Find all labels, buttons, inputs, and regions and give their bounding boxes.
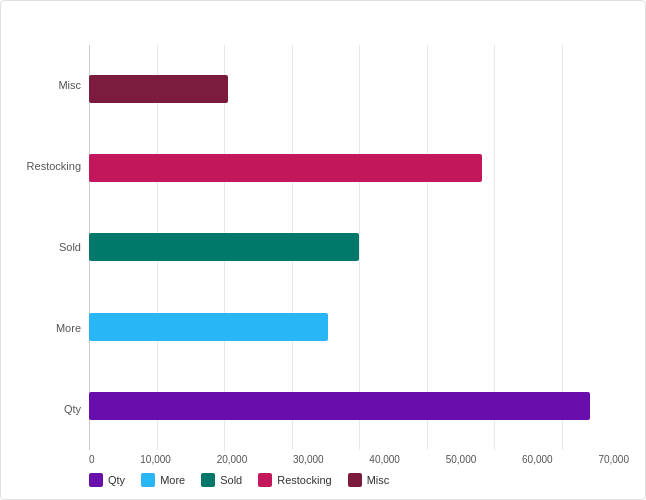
legend-swatch <box>201 473 215 487</box>
legend-swatch <box>141 473 155 487</box>
bar <box>89 233 359 261</box>
bar-row <box>89 150 629 186</box>
x-tick-label: 20,000 <box>217 454 248 465</box>
y-label: Misc <box>17 80 81 91</box>
bar <box>89 75 228 103</box>
x-tick-label: 10,000 <box>140 454 171 465</box>
header-actions <box>541 13 629 37</box>
chart-legend: QtyMoreSoldRestockingMisc <box>17 465 629 487</box>
legend-label: Misc <box>367 474 390 486</box>
list-icon[interactable] <box>541 13 565 37</box>
bar <box>89 313 328 341</box>
y-label: More <box>17 323 81 334</box>
y-label: Qty <box>17 404 81 415</box>
legend-label: Qty <box>108 474 125 486</box>
legend-item: More <box>141 473 185 487</box>
more-options-icon[interactable] <box>605 13 629 37</box>
x-tick-label: 70,000 <box>598 454 629 465</box>
bar <box>89 392 590 420</box>
y-label: Restocking <box>17 161 81 172</box>
legend-item: Restocking <box>258 473 331 487</box>
legend-swatch <box>258 473 272 487</box>
chart-header <box>17 13 629 37</box>
bar-row <box>89 71 629 107</box>
legend-item: Qty <box>89 473 125 487</box>
chart-plot: MiscRestockingSoldMoreQty <box>17 45 629 450</box>
y-label: Sold <box>17 242 81 253</box>
x-tick-label: 60,000 <box>522 454 553 465</box>
legend-label: More <box>160 474 185 486</box>
legend-swatch <box>89 473 103 487</box>
chart-card: MiscRestockingSoldMoreQty 010,00020,0003… <box>0 0 646 500</box>
legend-item: Sold <box>201 473 242 487</box>
bar <box>89 154 482 182</box>
x-axis-labels: 010,00020,00030,00040,00050,00060,00070,… <box>89 450 629 465</box>
x-tick-label: 0 <box>89 454 95 465</box>
bar-row <box>89 388 629 424</box>
bar-row <box>89 229 629 265</box>
x-tick-label: 50,000 <box>446 454 477 465</box>
x-axis-wrapper: 010,00020,00030,00040,00050,00060,00070,… <box>17 450 629 465</box>
legend-label: Sold <box>220 474 242 486</box>
expand-icon[interactable] <box>573 13 597 37</box>
bar-row <box>89 309 629 345</box>
legend-item: Misc <box>348 473 390 487</box>
x-tick-label: 40,000 <box>369 454 400 465</box>
bars-container <box>89 45 629 450</box>
legend-label: Restocking <box>277 474 331 486</box>
legend-swatch <box>348 473 362 487</box>
x-tick-label: 30,000 <box>293 454 324 465</box>
bars-and-grid <box>89 45 629 450</box>
chart-area: MiscRestockingSoldMoreQty 010,00020,0003… <box>17 45 629 465</box>
y-axis-labels: MiscRestockingSoldMoreQty <box>17 45 89 450</box>
